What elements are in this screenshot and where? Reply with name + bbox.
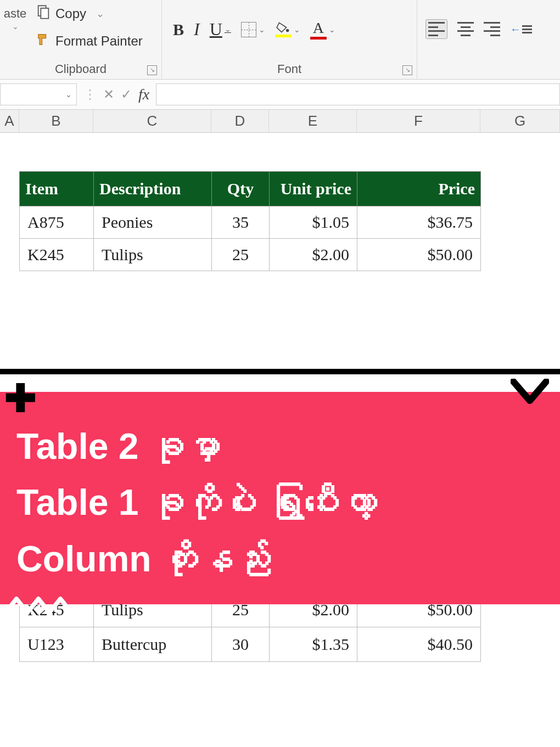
chevron-down-icon[interactable]: ⌄	[259, 25, 265, 34]
font-dialog-launcher[interactable]: ↘	[402, 65, 412, 75]
align-left-button[interactable]	[425, 19, 447, 39]
separator-icon: ⋮	[83, 87, 97, 102]
cell-qty[interactable]: 25	[212, 239, 270, 271]
cancel-button[interactable]: ✕	[103, 87, 114, 102]
svg-rect-1	[41, 8, 48, 19]
column-header-f[interactable]: F	[357, 110, 480, 132]
zigzag-icon	[5, 596, 71, 620]
th-qty[interactable]: Qty	[212, 172, 270, 206]
cell-unit[interactable]: $1.05	[270, 206, 357, 239]
align-center-button[interactable]	[457, 22, 474, 36]
name-box[interactable]: ⌄	[0, 83, 77, 105]
overlay-line1: Table 2 ခုမှာ	[16, 418, 377, 474]
clipboard-group-label: Clipboard	[0, 62, 161, 76]
chevron-down-icon[interactable]: ⌄	[96, 8, 104, 20]
table-row: U123 Buttercup 30 $1.35 $40.50	[20, 627, 481, 662]
th-price[interactable]: Price	[357, 172, 481, 206]
table-header-row: Item Description Qty Unit price Price	[20, 172, 481, 206]
copy-label: Copy	[55, 6, 86, 21]
paste-button[interactable]: aste ⌄	[0, 7, 30, 31]
cell-price[interactable]: $40.50	[357, 627, 481, 662]
divider	[0, 369, 560, 374]
border-button[interactable]: ⌄	[241, 22, 265, 37]
cell-qty[interactable]: 35	[212, 206, 270, 239]
align-left-icon	[428, 22, 445, 36]
th-item[interactable]: Item	[20, 172, 94, 206]
align-right-button[interactable]	[484, 22, 500, 36]
copy-button[interactable]: Copy ⌄	[36, 4, 104, 23]
border-icon	[241, 22, 256, 37]
chevron-down-icon: ⌄	[0, 22, 30, 31]
font-color-button[interactable]: A ⌄	[310, 19, 335, 40]
worksheet[interactable]: Item Description Qty Unit price Price A8…	[0, 133, 560, 747]
cell-price[interactable]: $36.75	[357, 206, 481, 239]
bold-button[interactable]: B	[173, 20, 184, 39]
cell-item[interactable]: U123	[20, 627, 94, 662]
plus-icon: ✚	[4, 376, 37, 421]
decrease-indent-button[interactable]: ←	[510, 23, 532, 36]
brush-icon	[36, 32, 51, 50]
italic-button[interactable]: I	[194, 19, 200, 40]
overlay-line2: Table 1 ခုကိုပဲ ရွေးပြီးတော့	[16, 474, 377, 530]
font-group-label: Font	[162, 62, 417, 76]
formula-bar: ⌄ ⋮ ✕ ✓ fx	[0, 80, 560, 110]
cell-item[interactable]: A875	[20, 206, 94, 239]
cell-unit[interactable]: $1.35	[270, 627, 357, 662]
column-headers: A B C D E F G	[0, 110, 560, 133]
th-description[interactable]: Description	[94, 172, 212, 206]
overlay-text: Table 2 ခုမှာ Table 1 ခုကိုပဲ ရွေးပြီးတေ…	[16, 418, 377, 587]
column-header-rowsel[interactable]: A	[0, 110, 19, 132]
format-painter-button[interactable]: Format Painter	[36, 32, 143, 50]
cell-unit[interactable]: $2.00	[270, 239, 357, 271]
underline-label: U	[210, 19, 222, 40]
font-group: B I U⌄ ⌄ ⌄ A	[162, 0, 417, 80]
format-painter-label: Format Painter	[55, 33, 143, 49]
paste-label: aste	[4, 7, 27, 20]
alignment-group: ←	[417, 0, 560, 80]
fill-color-button[interactable]: ⌄	[275, 21, 300, 37]
column-header-b[interactable]: B	[19, 110, 93, 132]
column-header-g[interactable]: G	[480, 110, 560, 132]
cell-qty[interactable]: 30	[212, 627, 270, 662]
font-color-icon: A	[313, 19, 324, 37]
fill-color-bar	[275, 35, 292, 37]
align-right-icon	[484, 22, 500, 36]
ribbon: aste ⌄ Copy ⌄ Format Painter Clipboard ↘…	[0, 0, 560, 80]
align-center-icon	[457, 22, 474, 36]
chevron-down-icon[interactable]: ⌄	[225, 25, 231, 34]
font-color-bar	[310, 37, 327, 40]
clipboard-dialog-launcher[interactable]: ↘	[147, 65, 157, 75]
copy-icon	[36, 4, 51, 23]
column-header-d[interactable]: D	[211, 110, 269, 132]
data-table-1: Item Description Qty Unit price Price A8…	[19, 171, 481, 271]
cell-item[interactable]: K245	[20, 239, 94, 271]
lines-icon	[522, 25, 532, 33]
enter-button[interactable]: ✓	[121, 87, 132, 102]
chevron-down-icon[interactable]: ⌄	[65, 90, 72, 99]
cell-price[interactable]: $50.00	[357, 239, 481, 271]
column-header-e[interactable]: E	[269, 110, 357, 132]
chevron-down-icon[interactable]: ⌄	[294, 25, 300, 34]
cell-desc[interactable]: Tulips	[94, 239, 212, 271]
arrow-left-icon: ←	[510, 23, 521, 36]
table-row: A875 Peonies 35 $1.05 $36.75	[20, 206, 481, 239]
column-header-c[interactable]: C	[93, 110, 211, 132]
cell-desc[interactable]: Peonies	[94, 206, 212, 239]
paint-bucket-icon	[276, 21, 291, 33]
svg-point-2	[286, 29, 289, 32]
fx-icon[interactable]: fx	[138, 86, 149, 103]
chevron-down-icon[interactable]: ⌄	[329, 25, 335, 34]
th-unit-price[interactable]: Unit price	[270, 172, 357, 206]
underline-button[interactable]: U⌄	[210, 19, 231, 40]
overlay-banner: Table 2 ခုမှာ Table 1 ခုကိုပဲ ရွေးပြီးတေ…	[0, 392, 560, 604]
formula-input[interactable]	[156, 83, 560, 105]
overlay-line3: Column တိုးနည်း	[16, 531, 377, 587]
arrow-down-icon	[511, 379, 549, 408]
table-row: K245 Tulips 25 $2.00 $50.00	[20, 239, 481, 271]
cell-desc[interactable]: Buttercup	[94, 627, 212, 662]
clipboard-group: aste ⌄ Copy ⌄ Format Painter Clipboard ↘	[0, 0, 162, 80]
